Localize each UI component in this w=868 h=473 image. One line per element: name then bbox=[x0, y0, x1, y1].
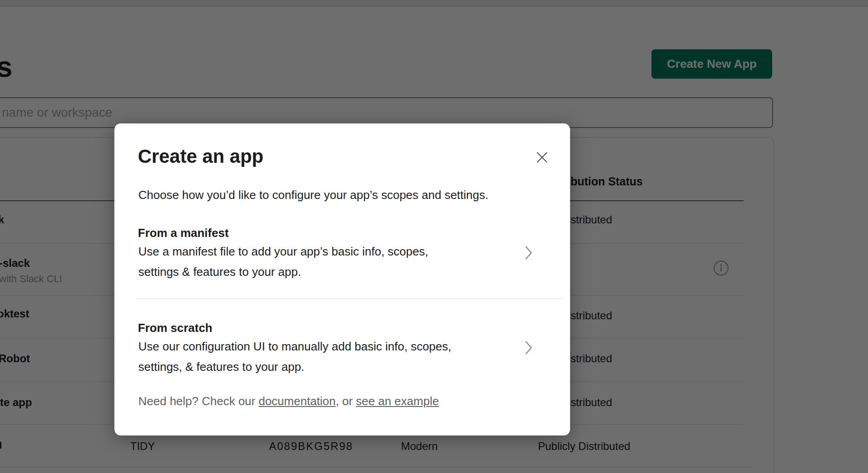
modal-divider bbox=[136, 298, 564, 299]
option-from-scratch-desc-line2: settings, & features to your app. bbox=[138, 360, 304, 374]
modal-intro-text: Choose how you’d like to configure your … bbox=[138, 188, 488, 202]
close-icon[interactable] bbox=[534, 150, 550, 166]
create-an-app-modal: Create an app Choose how you’d like to c… bbox=[114, 123, 570, 435]
option-from-manifest-desc-line1: Use a manifest file to add your app’s ba… bbox=[138, 245, 428, 259]
modal-title: Create an app bbox=[138, 146, 264, 167]
option-from-scratch-desc-line1: Use our configuration UI to manually add… bbox=[138, 340, 451, 354]
option-from-manifest-desc-line2: settings & features to your app. bbox=[138, 265, 301, 279]
screen: s Create New App bution Status k stribut… bbox=[0, 0, 868, 473]
option-from-manifest[interactable]: From a manifest bbox=[138, 226, 229, 240]
help-prefix: Need help? Check our bbox=[138, 394, 259, 408]
modal-help-text: Need help? Check our documentation, or s… bbox=[138, 394, 439, 408]
option-from-scratch[interactable]: From scratch bbox=[138, 321, 212, 335]
documentation-link[interactable]: documentation bbox=[259, 394, 336, 408]
chevron-right-icon[interactable] bbox=[524, 340, 533, 357]
chevron-right-icon[interactable] bbox=[524, 245, 533, 262]
help-middle: , or bbox=[336, 394, 356, 408]
see-an-example-link[interactable]: see an example bbox=[356, 394, 439, 408]
